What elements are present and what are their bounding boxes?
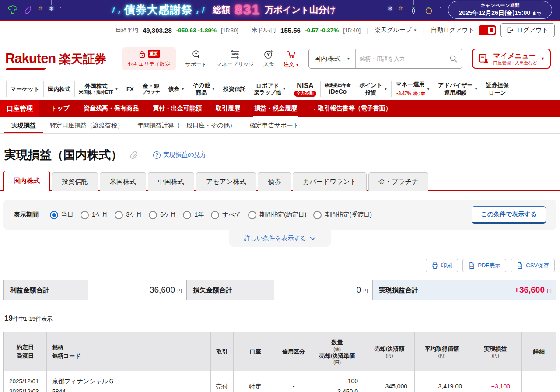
nav-market[interactable]: マーケット bbox=[6, 81, 43, 97]
acct-nav-available[interactable]: 買付・出金可能額 bbox=[146, 100, 209, 117]
neon-tick-icon bbox=[118, 10, 121, 14]
pl-help-link[interactable]: ? 実現損益の見方 bbox=[153, 151, 206, 159]
nav-nisa[interactable]: NISA全力応援! bbox=[290, 81, 320, 97]
subnav-specific-account[interactable]: 特定口座損益（譲渡益税） bbox=[43, 117, 130, 133]
security-settings-link[interactable]: 重要 セキュリティ設定 bbox=[122, 47, 176, 70]
nav-roboad[interactable]: ロボアド楽ラップ他 ▼ bbox=[250, 81, 290, 97]
logout-button[interactable]: ログアウト bbox=[500, 23, 555, 37]
svg-text:PDF: PDF bbox=[470, 266, 474, 268]
nav-money-management[interactable]: マネー運用 ~3.47% 税引前 ▼ bbox=[391, 81, 434, 97]
account-management-title[interactable]: 口座管理 bbox=[0, 100, 39, 117]
period-option-label: 3ケ月 bbox=[126, 211, 142, 219]
period-range-trade-date[interactable]: 期間指定(約定日) bbox=[248, 211, 306, 219]
campaign-period: キャンペーン期間 2025年12月26日(金)15:00 まで bbox=[448, 1, 552, 19]
result-count-text: 件中1-19件表示 bbox=[13, 315, 52, 323]
nav-mutual-funds[interactable]: 投資信託 bbox=[219, 81, 250, 97]
tab-gold-platinum[interactable]: 金・プラチナ bbox=[368, 172, 428, 191]
subnav-annual-calc[interactable]: 年間損益計算（一般口座・その他） bbox=[130, 117, 243, 133]
nav-label: ポイント bbox=[359, 82, 382, 89]
nav-foreign-stock[interactable]: 外国株式米国株・海外ETF ▼ bbox=[74, 81, 122, 97]
campaign-period-suffix: まで bbox=[532, 11, 541, 16]
tab-domestic-stock[interactable]: 国内株式 bbox=[4, 171, 50, 191]
pdf-button[interactable]: PDF PDF表示 bbox=[462, 259, 506, 272]
acct-nav-pl-tax[interactable]: 損益・税金履歴 bbox=[247, 100, 304, 117]
subnav-tax-support[interactable]: 確定申告サポート bbox=[243, 117, 306, 133]
deposit-link[interactable]: ¥ 入金 bbox=[263, 49, 274, 68]
trade-date: 2025/12/01 bbox=[9, 377, 39, 387]
nav-bonds[interactable]: 債券 ▼ bbox=[164, 81, 189, 97]
tab-us-stock[interactable]: 米国株式 bbox=[100, 172, 146, 191]
svg-text:¥: ¥ bbox=[267, 52, 270, 57]
search-category-select[interactable]: 国内株式 ▼ bbox=[309, 49, 356, 68]
moneybridge-label: マネーブリッジ bbox=[217, 61, 254, 68]
tab-bonds[interactable]: 債券 bbox=[258, 172, 291, 191]
nav-domestic-stock[interactable]: 国内株式 bbox=[43, 81, 74, 97]
yen-unit: 円 bbox=[363, 286, 368, 294]
nav-other-products[interactable]: その他商品 ▼ bbox=[189, 81, 219, 97]
period-range-settle-date[interactable]: 期間指定(受渡日) bbox=[313, 211, 371, 219]
print-label: 印刷 bbox=[441, 262, 452, 270]
sparkle-dot: · bbox=[440, 5, 441, 10]
nav-advisor[interactable]: アドバイザー運用相談 ▼ bbox=[434, 81, 481, 97]
apply-filter-button[interactable]: この条件で表示する bbox=[472, 206, 546, 224]
cell-realized-pl: +3,100 bbox=[469, 371, 522, 392]
acct-nav-history[interactable]: 取引履歴 bbox=[209, 100, 247, 117]
trade-type: 売付 bbox=[216, 382, 228, 391]
tab-covered-warrant[interactable]: カバードワラント bbox=[293, 172, 366, 191]
tab-asean-stock[interactable]: アセアン株式 bbox=[196, 172, 256, 191]
support-link[interactable]: ? サポート bbox=[186, 49, 207, 68]
usdjpy-label: 米ドル/円 bbox=[252, 26, 276, 34]
nav-collateral-loan[interactable]: 証券担保ローン bbox=[482, 81, 513, 97]
nav-label: 債券 bbox=[168, 85, 180, 93]
search-icon[interactable] bbox=[449, 54, 462, 63]
caret-down-icon: ▼ bbox=[541, 56, 545, 61]
acct-nav-top[interactable]: トップ bbox=[44, 100, 77, 117]
period-6month[interactable]: 6ケ月 bbox=[149, 211, 176, 219]
csv-button[interactable]: CSV CSV保存 bbox=[511, 259, 555, 272]
subnav-realized-pl[interactable]: 実現損益 bbox=[4, 117, 43, 133]
nav-label: マーケット bbox=[10, 85, 39, 93]
period-1month[interactable]: 1ケ月 bbox=[80, 211, 108, 219]
rakuten-group-dropdown[interactable]: 楽天グループ ▼ bbox=[374, 26, 417, 34]
period-today[interactable]: 当日 bbox=[50, 211, 74, 219]
nav-ideco[interactable]: 確定拠出年金iDeCo bbox=[320, 81, 355, 97]
nav-fx[interactable]: FX bbox=[122, 81, 138, 97]
logo-en: Rakuten bbox=[5, 51, 56, 66]
period-filter: 表示期間 当日 1ケ月 3ケ月 6ケ月 1年 すべて 期間指定(約定日) 期間指… bbox=[4, 200, 556, 230]
paperclip-icon[interactable] bbox=[130, 150, 139, 160]
acct-nav-reports[interactable]: → 取引報告書等（電子書面） bbox=[304, 100, 398, 117]
pdf-file-icon: PDF bbox=[468, 262, 475, 269]
detailed-conditions-link[interactable]: 詳しい条件を表示する bbox=[229, 230, 331, 247]
nav-sublabel: ローン bbox=[489, 89, 506, 96]
cell-detail[interactable] bbox=[522, 371, 556, 392]
period-1year[interactable]: 1年 bbox=[183, 211, 204, 219]
acct-nav-balance[interactable]: 資産残高・保有商品 bbox=[77, 100, 146, 117]
period-options: 当日 1ケ月 3ケ月 6ケ月 1年 すべて 期間指定(約定日) 期間指定(受渡日… bbox=[50, 211, 372, 219]
tab-china-stock[interactable]: 中国株式 bbox=[148, 172, 194, 191]
col-qty: 数量 (株) 売却/決済単価 (円) bbox=[310, 332, 364, 371]
auto-logout-toggle[interactable] bbox=[479, 25, 496, 35]
campaign-banner[interactable]: ☆ ❄ · 債券大感謝祭 総額 831 万ポイント山分け ❄ ☆ · キャンペー… bbox=[0, 0, 560, 21]
search-category-value: 国内株式 bbox=[314, 55, 340, 63]
nav-gold-platinum[interactable]: 金・銀プラチナ bbox=[138, 81, 164, 97]
market-ticker: 日経平均 49,303.28 -950.63 -1.89% [15:30] 米ド… bbox=[0, 21, 560, 39]
caret-down-icon: ▼ bbox=[212, 88, 215, 91]
order-link[interactable]: 注文 ▼ bbox=[284, 49, 299, 68]
nav-point-invest[interactable]: ポイント投資 ▼ bbox=[355, 81, 391, 97]
tab-mutual-funds[interactable]: 投資信託 bbox=[52, 172, 98, 191]
star-icon: ☆ bbox=[38, 5, 43, 11]
period-all[interactable]: すべて bbox=[211, 211, 241, 219]
export-actions: 印刷 PDF PDF表示 CSV CSV保存 bbox=[5, 259, 555, 272]
stock-name[interactable]: 京都フィナンシャルＧ bbox=[52, 376, 114, 387]
mymenu-button[interactable]: マイメニュー 口座管理・入出金など ▼ bbox=[472, 49, 550, 68]
page-title: 実現損益（国内株式） bbox=[4, 147, 122, 163]
period-3month[interactable]: 3ケ月 bbox=[115, 211, 142, 219]
chevron-down-icon bbox=[310, 236, 316, 241]
search-input[interactable] bbox=[356, 56, 449, 62]
important-badge: 重要 bbox=[148, 50, 160, 58]
rakuten-logo[interactable]: Rakuten 楽天証券 bbox=[5, 51, 122, 67]
print-button[interactable]: 印刷 bbox=[426, 259, 458, 272]
eggplant-icon bbox=[24, 5, 32, 15]
nav-label: マネー運用 bbox=[396, 81, 425, 88]
moneybridge-link[interactable]: BANK マネーブリッジ bbox=[217, 49, 254, 68]
